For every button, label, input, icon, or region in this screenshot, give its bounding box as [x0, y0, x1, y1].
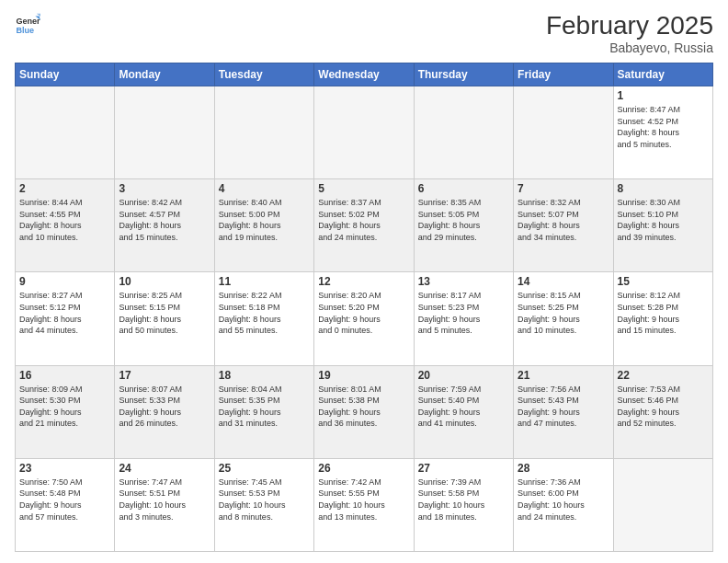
day-cell	[414, 86, 513, 179]
logo-icon: General Blue	[15, 11, 40, 37]
day-cell: 9Sunrise: 8:27 AM Sunset: 5:12 PM Daylig…	[16, 272, 115, 365]
day-info: Sunrise: 8:17 AM Sunset: 5:23 PM Dayligh…	[418, 290, 509, 336]
day-cell: 17Sunrise: 8:07 AM Sunset: 5:33 PM Dayli…	[115, 365, 214, 458]
day-number: 21	[518, 369, 609, 382]
location: Babayevo, Russia	[546, 40, 713, 55]
svg-text:Blue: Blue	[16, 26, 34, 35]
day-cell: 20Sunrise: 7:59 AM Sunset: 5:40 PM Dayli…	[414, 365, 513, 458]
week-row-4: 23Sunrise: 7:50 AM Sunset: 5:48 PM Dayli…	[16, 458, 713, 551]
day-cell: 6Sunrise: 8:35 AM Sunset: 5:05 PM Daylig…	[414, 179, 513, 272]
day-cell: 4Sunrise: 8:40 AM Sunset: 5:00 PM Daylig…	[214, 179, 313, 272]
page: General Blue February 2025 Babayevo, Rus…	[0, 0, 728, 563]
day-number: 4	[219, 182, 310, 195]
day-info: Sunrise: 8:07 AM Sunset: 5:33 PM Dayligh…	[119, 384, 210, 430]
day-cell: 22Sunrise: 7:53 AM Sunset: 5:46 PM Dayli…	[613, 365, 712, 458]
day-cell	[314, 86, 414, 179]
col-header-monday: Monday	[115, 63, 214, 86]
day-info: Sunrise: 8:20 AM Sunset: 5:20 PM Dayligh…	[318, 290, 409, 336]
week-row-1: 2Sunrise: 8:44 AM Sunset: 4:55 PM Daylig…	[16, 179, 713, 272]
day-cell	[514, 86, 613, 179]
day-number: 20	[418, 369, 509, 382]
day-number: 14	[518, 275, 609, 288]
day-number: 28	[518, 462, 609, 475]
day-info: Sunrise: 8:15 AM Sunset: 5:25 PM Dayligh…	[518, 290, 609, 336]
day-info: Sunrise: 7:36 AM Sunset: 6:00 PM Dayligh…	[518, 477, 609, 523]
day-info: Sunrise: 7:53 AM Sunset: 5:46 PM Dayligh…	[618, 384, 709, 430]
day-number: 25	[219, 462, 310, 475]
day-info: Sunrise: 7:50 AM Sunset: 5:48 PM Dayligh…	[19, 477, 110, 523]
week-row-2: 9Sunrise: 8:27 AM Sunset: 5:12 PM Daylig…	[16, 272, 713, 365]
day-number: 22	[618, 369, 709, 382]
calendar-header-row: SundayMondayTuesdayWednesdayThursdayFrid…	[16, 63, 713, 86]
calendar-table: SundayMondayTuesdayWednesdayThursdayFrid…	[15, 63, 713, 552]
day-info: Sunrise: 7:56 AM Sunset: 5:43 PM Dayligh…	[518, 384, 609, 430]
day-number: 6	[418, 182, 509, 195]
day-number: 18	[219, 369, 310, 382]
day-cell: 24Sunrise: 7:47 AM Sunset: 5:51 PM Dayli…	[115, 458, 214, 551]
day-cell: 12Sunrise: 8:20 AM Sunset: 5:20 PM Dayli…	[314, 272, 414, 365]
day-cell: 1Sunrise: 8:47 AM Sunset: 4:52 PM Daylig…	[613, 86, 712, 179]
day-info: Sunrise: 8:22 AM Sunset: 5:18 PM Dayligh…	[219, 290, 310, 336]
day-number: 10	[119, 275, 210, 288]
day-info: Sunrise: 8:37 AM Sunset: 5:02 PM Dayligh…	[318, 197, 409, 243]
day-cell: 21Sunrise: 7:56 AM Sunset: 5:43 PM Dayli…	[514, 365, 613, 458]
svg-text:General: General	[16, 17, 40, 26]
day-number: 12	[318, 275, 409, 288]
day-cell: 15Sunrise: 8:12 AM Sunset: 5:28 PM Dayli…	[613, 272, 712, 365]
day-info: Sunrise: 8:42 AM Sunset: 4:57 PM Dayligh…	[119, 197, 210, 243]
day-cell: 10Sunrise: 8:25 AM Sunset: 5:15 PM Dayli…	[115, 272, 214, 365]
day-info: Sunrise: 8:01 AM Sunset: 5:38 PM Dayligh…	[318, 384, 409, 430]
day-info: Sunrise: 8:47 AM Sunset: 4:52 PM Dayligh…	[618, 104, 709, 150]
day-number: 3	[119, 182, 210, 195]
day-number: 9	[19, 275, 110, 288]
day-cell	[214, 86, 313, 179]
day-cell	[115, 86, 214, 179]
day-number: 17	[119, 369, 210, 382]
day-cell: 2Sunrise: 8:44 AM Sunset: 4:55 PM Daylig…	[16, 179, 115, 272]
day-info: Sunrise: 8:32 AM Sunset: 5:07 PM Dayligh…	[518, 197, 609, 243]
col-header-wednesday: Wednesday	[314, 63, 414, 86]
header: General Blue February 2025 Babayevo, Rus…	[15, 11, 713, 55]
week-row-0: 1Sunrise: 8:47 AM Sunset: 4:52 PM Daylig…	[16, 86, 713, 179]
col-header-saturday: Saturday	[613, 63, 712, 86]
day-info: Sunrise: 7:39 AM Sunset: 5:58 PM Dayligh…	[418, 477, 509, 523]
day-number: 15	[618, 275, 709, 288]
day-cell: 5Sunrise: 8:37 AM Sunset: 5:02 PM Daylig…	[314, 179, 414, 272]
col-header-friday: Friday	[514, 63, 613, 86]
week-row-3: 16Sunrise: 8:09 AM Sunset: 5:30 PM Dayli…	[16, 365, 713, 458]
logo: General Blue	[15, 11, 40, 37]
day-cell: 11Sunrise: 8:22 AM Sunset: 5:18 PM Dayli…	[214, 272, 313, 365]
day-number: 19	[318, 369, 409, 382]
day-cell: 28Sunrise: 7:36 AM Sunset: 6:00 PM Dayli…	[514, 458, 613, 551]
day-info: Sunrise: 8:04 AM Sunset: 5:35 PM Dayligh…	[219, 384, 310, 430]
day-info: Sunrise: 8:44 AM Sunset: 4:55 PM Dayligh…	[19, 197, 110, 243]
day-cell: 25Sunrise: 7:45 AM Sunset: 5:53 PM Dayli…	[214, 458, 313, 551]
col-header-tuesday: Tuesday	[214, 63, 313, 86]
day-cell: 8Sunrise: 8:30 AM Sunset: 5:10 PM Daylig…	[613, 179, 712, 272]
day-info: Sunrise: 7:59 AM Sunset: 5:40 PM Dayligh…	[418, 384, 509, 430]
day-number: 8	[618, 182, 709, 195]
day-info: Sunrise: 8:12 AM Sunset: 5:28 PM Dayligh…	[618, 290, 709, 336]
day-cell	[613, 458, 712, 551]
day-info: Sunrise: 8:30 AM Sunset: 5:10 PM Dayligh…	[618, 197, 709, 243]
day-info: Sunrise: 8:40 AM Sunset: 5:00 PM Dayligh…	[219, 197, 310, 243]
day-info: Sunrise: 8:09 AM Sunset: 5:30 PM Dayligh…	[19, 384, 110, 430]
day-number: 13	[418, 275, 509, 288]
day-cell: 3Sunrise: 8:42 AM Sunset: 4:57 PM Daylig…	[115, 179, 214, 272]
day-cell: 26Sunrise: 7:42 AM Sunset: 5:55 PM Dayli…	[314, 458, 414, 551]
day-number: 7	[518, 182, 609, 195]
day-cell: 16Sunrise: 8:09 AM Sunset: 5:30 PM Dayli…	[16, 365, 115, 458]
title-block: February 2025 Babayevo, Russia	[546, 11, 713, 55]
day-number: 27	[418, 462, 509, 475]
day-cell: 23Sunrise: 7:50 AM Sunset: 5:48 PM Dayli…	[16, 458, 115, 551]
day-number: 26	[318, 462, 409, 475]
day-cell	[16, 86, 115, 179]
day-number: 23	[19, 462, 110, 475]
month-year: February 2025	[546, 11, 713, 40]
day-number: 2	[19, 182, 110, 195]
day-info: Sunrise: 7:47 AM Sunset: 5:51 PM Dayligh…	[119, 477, 210, 523]
day-number: 5	[318, 182, 409, 195]
day-cell: 19Sunrise: 8:01 AM Sunset: 5:38 PM Dayli…	[314, 365, 414, 458]
day-info: Sunrise: 8:35 AM Sunset: 5:05 PM Dayligh…	[418, 197, 509, 243]
day-info: Sunrise: 7:42 AM Sunset: 5:55 PM Dayligh…	[318, 477, 409, 523]
